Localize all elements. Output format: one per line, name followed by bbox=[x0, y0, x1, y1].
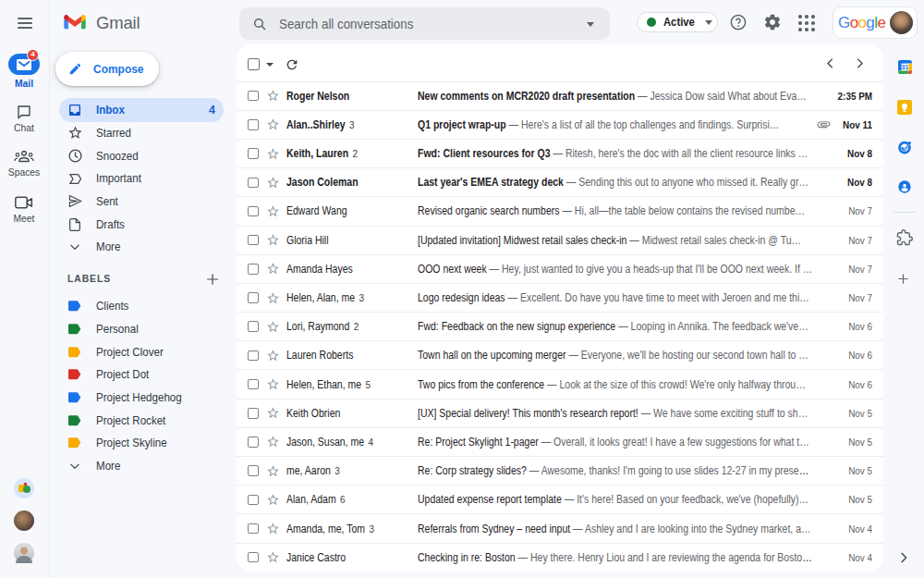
svg-text:31: 31 bbox=[901, 63, 908, 71]
